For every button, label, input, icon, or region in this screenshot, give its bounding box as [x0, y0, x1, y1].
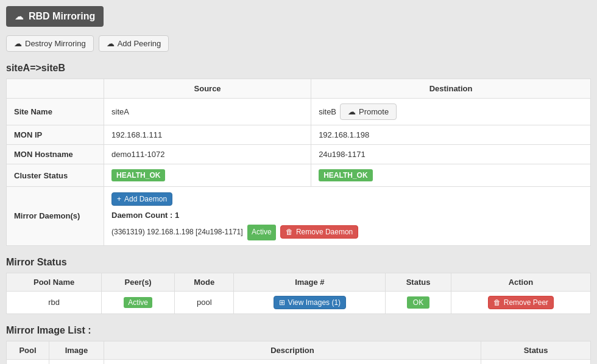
mirror-status-badge-cell: OK — [386, 291, 451, 313]
site-name-dest: siteB ☁ Promote — [311, 99, 591, 125]
dest-site-name: siteB — [319, 107, 336, 116]
mirror-action: 🗑 Remove Peer — [451, 291, 590, 313]
mirror-status-table: Pool Name Peer(s) Mode Image # Status Ac… — [6, 273, 591, 314]
add-peering-button[interactable]: ☁ Add Peering — [99, 35, 169, 52]
col-img-pool: Pool — [7, 341, 49, 359]
mirror-daemons-label: Mirror Daemon(s) — [7, 187, 104, 246]
view-images-icon: ⊞ — [279, 298, 285, 307]
mon-ip-source: 192.168.1.111 — [104, 125, 311, 145]
mon-hostname-source: demo111-1072 — [104, 145, 311, 164]
mirror-images: ⊞ View Images (1) — [234, 291, 386, 313]
promote-button[interactable]: ☁ Promote — [340, 103, 397, 120]
remove-daemon-icon: 🗑 — [286, 228, 293, 236]
mirror-status-title: Mirror Status — [6, 257, 591, 268]
table-row-mirror-daemons: Mirror Daemon(s) + Add Daemon Daemon Cou… — [7, 187, 591, 246]
table-row-cluster-status: Cluster Status HEALTH_OK HEALTH_OK — [7, 164, 591, 187]
daemon-detail: (3361319) 192.168.1.198 [24u198-1171] Ac… — [111, 225, 583, 240]
img-image: volume — [49, 359, 104, 364]
page-title: RBD Mirroring — [29, 11, 95, 22]
mirror-mode: pool — [175, 291, 234, 313]
mirror-peers: Active — [102, 291, 175, 313]
mirror-daemons-cell: + Add Daemon Daemon Count : 1 (3361319) … — [104, 187, 591, 246]
img-pool: rbd — [7, 359, 49, 364]
mon-ip-dest: 192.168.1.198 — [311, 125, 591, 145]
dest-health-badge: HEALTH_OK — [319, 169, 372, 181]
img-description: replaying, entries_behind_master=0 maste… — [104, 359, 481, 364]
section-title: siteA=>siteB — [6, 63, 591, 74]
mirror-status-row: rbd Active pool ⊞ View Images (1) OK 🗑 R… — [7, 291, 591, 313]
col-image-num: Image # — [234, 273, 386, 291]
mirror-pool-name: rbd — [7, 291, 102, 313]
info-table: Source Destination Site Name siteA siteB… — [6, 79, 591, 246]
col-peers: Peer(s) — [102, 273, 175, 291]
col-action: Action — [451, 273, 590, 291]
view-images-button[interactable]: ⊞ View Images (1) — [274, 296, 346, 309]
peers-active-badge: Active — [124, 297, 152, 308]
table-row-mon-ip: MON IP 192.168.1.111 192.168.1.198 — [7, 125, 591, 145]
cluster-status-source: HEALTH_OK — [104, 164, 311, 187]
col-mode: Mode — [175, 273, 234, 291]
mirror-image-list-table: Pool Image Description Status rbd volume… — [6, 341, 591, 364]
destroy-icon: ☁ — [14, 39, 22, 48]
remove-peer-icon: 🗑 — [493, 298, 501, 307]
remove-peer-button[interactable]: 🗑 Remove Peer — [488, 296, 554, 309]
site-name-label: Site Name — [7, 99, 104, 125]
dest-header: Destination — [311, 79, 591, 99]
col-img-status: Status — [481, 341, 591, 359]
mon-ip-label: MON IP — [7, 125, 104, 145]
mirror-image-list-title: Mirror Image List : — [6, 325, 591, 336]
source-header: Source — [104, 79, 311, 99]
site-name-source: siteA — [104, 99, 311, 125]
table-row-mon-hostname: MON Hostname demo111-1072 24u198-1171 — [7, 145, 591, 164]
cluster-status-dest: HEALTH_OK — [311, 164, 591, 187]
mon-hostname-dest: 24u198-1171 — [311, 145, 591, 164]
col-status: Status — [386, 273, 451, 291]
daemon-count: Daemon Count : 1 — [111, 208, 583, 222]
mirror-image-row: rbd volume replaying, entries_behind_mas… — [7, 359, 591, 364]
col-img-desc: Description — [104, 341, 481, 359]
destroy-mirroring-button[interactable]: ☁ Destroy Mirroring — [6, 35, 94, 52]
empty-header — [7, 79, 104, 99]
mon-hostname-label: MON Hostname — [7, 145, 104, 164]
page-header: ☁ RBD Mirroring — [6, 6, 104, 27]
mirror-ok-badge: OK — [407, 296, 429, 309]
toolbar: ☁ Destroy Mirroring ☁ Add Peering — [6, 35, 591, 52]
table-row-site-name: Site Name siteA siteB ☁ Promote — [7, 99, 591, 125]
img-status: ready + Replaying — [481, 359, 591, 364]
add-peering-icon: ☁ — [107, 39, 115, 48]
mirror-icon: ☁ — [15, 11, 24, 22]
add-daemon-button[interactable]: + Add Daemon — [111, 192, 172, 206]
promote-icon: ☁ — [348, 107, 356, 116]
add-daemon-icon: + — [117, 195, 121, 203]
cluster-status-label: Cluster Status — [7, 164, 104, 187]
source-health-badge: HEALTH_OK — [111, 169, 165, 181]
daemon-active-badge: Active — [247, 225, 276, 240]
col-pool-name: Pool Name — [7, 273, 102, 291]
remove-daemon-button[interactable]: 🗑 Remove Daemon — [280, 225, 358, 239]
col-img-image: Image — [49, 341, 104, 359]
